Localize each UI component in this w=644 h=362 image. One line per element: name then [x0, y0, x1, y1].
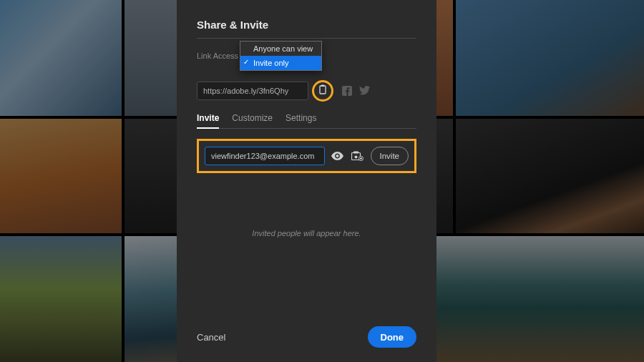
svg-rect-4: [353, 152, 358, 154]
dropdown-option-invite-only[interactable]: ✓ Invite only: [240, 56, 321, 70]
share-url-input[interactable]: [197, 82, 308, 100]
tab-settings[interactable]: Settings: [286, 113, 316, 128]
dialog-footer: Cancel Done: [197, 318, 416, 348]
add-contributor-icon[interactable]: [351, 149, 365, 163]
invite-input-highlight: Invite: [197, 139, 416, 173]
tab-customize[interactable]: Customize: [232, 113, 273, 128]
dropdown-option-anyone[interactable]: Anyone can view: [240, 41, 321, 56]
cancel-button[interactable]: Cancel: [197, 332, 225, 343]
check-icon: ✓: [243, 58, 249, 66]
svg-rect-0: [320, 86, 326, 94]
link-access-row: Link Access Anyone can view ✓ Invite onl…: [197, 49, 416, 76]
facebook-icon[interactable]: [342, 86, 352, 96]
share-url-row: [197, 80, 416, 102]
twitter-icon[interactable]: [359, 86, 370, 96]
invite-empty-state: Invited people will appear here.: [197, 229, 416, 238]
invite-email-input[interactable]: [205, 147, 325, 165]
dialog-title: Share & Invite: [197, 19, 416, 31]
copy-link-highlight: [312, 80, 333, 102]
svg-rect-1: [321, 85, 324, 87]
clipboard-icon[interactable]: [318, 84, 328, 97]
share-invite-dialog: Share & Invite Link Access Anyone can vi…: [177, 0, 436, 362]
eye-icon[interactable]: [331, 149, 345, 163]
tab-bar: Invite Customize Settings: [197, 113, 416, 129]
link-access-dropdown[interactable]: Anyone can view ✓ Invite only: [240, 41, 322, 71]
divider: [197, 38, 416, 39]
svg-point-5: [355, 156, 358, 159]
invite-button[interactable]: Invite: [371, 147, 409, 165]
done-button[interactable]: Done: [368, 326, 417, 348]
tab-invite[interactable]: Invite: [197, 113, 219, 129]
link-access-label: Link Access: [197, 52, 238, 60]
social-share-icons: [342, 86, 370, 96]
